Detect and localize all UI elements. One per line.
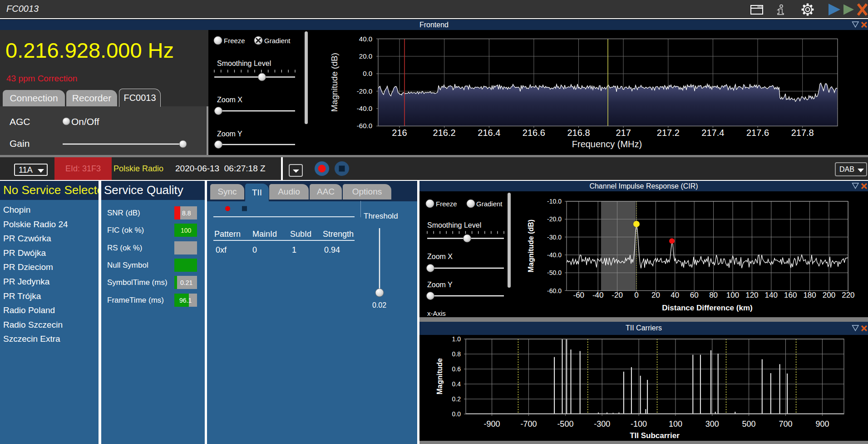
svg-text:Magnitude (dB): Magnitude (dB) (330, 53, 339, 112)
svg-text:40.0: 40.0 (359, 35, 372, 43)
svg-text:20: 20 (651, 291, 660, 299)
svg-text:300: 300 (705, 419, 719, 429)
svg-text:-60.0: -60.0 (357, 122, 372, 130)
svg-text:140: 140 (765, 291, 778, 299)
svg-text:-40.0: -40.0 (357, 105, 372, 112)
svg-text:216.8: 216.8 (567, 128, 590, 138)
svg-text:120: 120 (745, 291, 758, 299)
svg-text:216.6: 216.6 (523, 128, 545, 138)
svg-text:0.0: 0.0 (363, 70, 372, 77)
svg-text:0.2: 0.2 (452, 395, 461, 403)
svg-text:-10.0: -10.0 (547, 198, 562, 205)
svg-text:700: 700 (779, 419, 792, 429)
svg-text:0.8: 0.8 (452, 350, 461, 358)
svg-text:220: 220 (842, 291, 854, 299)
svg-text:217.8: 217.8 (791, 128, 814, 138)
svg-text:-20: -20 (612, 291, 623, 299)
svg-text:-20.0: -20.0 (357, 87, 372, 95)
svg-text:Distance Difference (km): Distance Difference (km) (662, 304, 752, 312)
svg-text:-50.0: -50.0 (547, 269, 562, 276)
svg-text:0.4: 0.4 (452, 380, 461, 388)
svg-text:100: 100 (726, 291, 739, 299)
svg-text:160: 160 (784, 291, 797, 299)
svg-text:-900: -900 (484, 419, 500, 429)
svg-text:-100: -100 (631, 419, 647, 429)
svg-text:217.4: 217.4 (701, 128, 724, 138)
svg-text:-700: -700 (520, 419, 537, 429)
svg-text:216.2: 216.2 (433, 128, 456, 138)
svg-text:100: 100 (669, 419, 682, 429)
svg-text:0.0: 0.0 (452, 410, 461, 418)
svg-text:-30.0: -30.0 (547, 234, 562, 241)
svg-text:500: 500 (742, 419, 756, 429)
svg-text:-20.0: -20.0 (547, 215, 562, 223)
svg-text:-60.0: -60.0 (547, 287, 562, 294)
svg-text:60: 60 (690, 291, 699, 299)
svg-text:-40.0: -40.0 (547, 251, 562, 259)
svg-text:1.0: 1.0 (452, 335, 461, 343)
svg-text:-500: -500 (557, 419, 573, 429)
svg-text:20.0: 20.0 (359, 52, 372, 60)
svg-text:216: 216 (392, 128, 407, 138)
svg-text:40: 40 (671, 291, 679, 299)
svg-text:80: 80 (709, 291, 718, 299)
svg-text:180: 180 (803, 291, 816, 299)
svg-text:216.4: 216.4 (478, 128, 500, 138)
svg-text:217: 217 (616, 128, 631, 138)
svg-text:217.6: 217.6 (746, 128, 769, 138)
svg-text:Magnitude: Magnitude (436, 358, 444, 394)
svg-text:TII Subcarrier: TII Subcarrier (630, 431, 680, 440)
svg-text:Frequency (MHz): Frequency (MHz) (572, 139, 642, 149)
svg-text:0.6: 0.6 (452, 365, 461, 373)
svg-text:-60: -60 (573, 291, 585, 299)
svg-text:-40: -40 (592, 291, 604, 299)
svg-text:217.2: 217.2 (657, 128, 680, 138)
svg-text:0: 0 (634, 291, 638, 299)
svg-text:-300: -300 (594, 419, 610, 429)
svg-text:200: 200 (823, 291, 835, 299)
svg-text:900: 900 (815, 419, 829, 429)
svg-text:Magnitude (dB): Magnitude (dB) (527, 220, 535, 272)
